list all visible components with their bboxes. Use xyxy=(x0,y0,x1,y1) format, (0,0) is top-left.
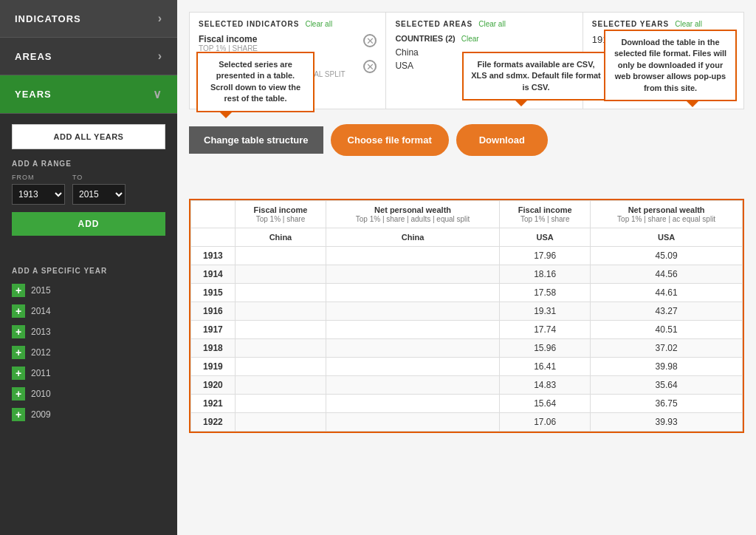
year-label: 2009 xyxy=(31,409,51,420)
range-row: FROM 1913 1914 2015 TO 2015 2014 1913 xyxy=(12,174,165,205)
year-add-icon: + xyxy=(12,325,25,338)
year-item[interactable]: + 2010 xyxy=(12,384,165,403)
chevron-down-icon: ∨ xyxy=(153,87,162,101)
table-row: 191916.4139.98 xyxy=(191,358,743,376)
table-row: 191619.3143.27 xyxy=(191,302,743,321)
areas-clear-link[interactable]: Clear all xyxy=(478,20,506,28)
table-data-cell xyxy=(326,284,499,302)
table-year-cell: 1921 xyxy=(191,395,236,413)
year-add-icon: + xyxy=(12,387,25,401)
table-col-header: Net personal wealthTop 1% | share | ac e… xyxy=(591,201,743,228)
table-data-cell xyxy=(235,321,326,339)
data-table: Fiscal incomeTop 1% | shareNet personal … xyxy=(190,200,743,432)
add-range-button[interactable]: ADD xyxy=(12,212,165,236)
year-label: 2013 xyxy=(31,327,51,337)
remove-indicator-icon[interactable]: ✕ xyxy=(363,60,377,73)
areas-label: AREAS xyxy=(15,51,52,62)
table-data-cell: 17.58 xyxy=(500,284,591,302)
to-label: TO xyxy=(72,174,126,181)
year-label: 2012 xyxy=(31,347,51,358)
year-label: 2010 xyxy=(31,389,51,399)
sidebar-item-indicators[interactable]: INDICATORS › xyxy=(0,0,177,38)
table-data-cell: 36.75 xyxy=(591,395,743,413)
choose-format-button[interactable]: Choose file format xyxy=(331,124,449,156)
table-data-cell: 16.41 xyxy=(500,358,591,376)
table-data-cell: 17.96 xyxy=(500,247,591,265)
year-item[interactable]: + 2013 xyxy=(12,322,165,341)
from-col: FROM 1913 1914 2015 xyxy=(12,174,65,205)
table-data-cell xyxy=(235,247,326,265)
year-item[interactable]: + 2012 xyxy=(12,343,165,362)
sidebar-item-areas[interactable]: AREAS › xyxy=(0,38,177,75)
table-year-cell: 1914 xyxy=(191,265,236,284)
change-table-button[interactable]: Change table structure xyxy=(189,126,323,154)
areas-panel-header: SELECTED AREAS Clear all xyxy=(395,20,573,28)
table-data-cell xyxy=(326,358,499,376)
year-add-icon: + xyxy=(12,346,25,359)
specific-year-section: ADD A SPECIFIC YEAR + 2015 + 2014 + 2013… xyxy=(0,246,177,435)
table-data-cell: 14.83 xyxy=(500,376,591,395)
table-data-cell: 37.02 xyxy=(591,339,743,358)
tooltip-right: Download the table in the selected file … xyxy=(604,30,737,101)
indicators-clear-link[interactable]: Clear all xyxy=(305,20,332,28)
table-row: 192217.0639.93 xyxy=(191,413,743,432)
year-item[interactable]: + 2015 xyxy=(12,281,165,300)
chevron-right-icon: › xyxy=(158,12,162,25)
table-data-cell xyxy=(235,413,326,432)
table-data-cell: 45.09 xyxy=(591,247,743,265)
table-data-cell xyxy=(235,395,326,413)
table-data-cell xyxy=(235,265,326,284)
table-year-cell: 1917 xyxy=(191,321,236,339)
table-data-cell: 15.64 xyxy=(500,395,591,413)
to-select[interactable]: 2015 2014 1913 xyxy=(72,184,126,205)
table-country-header: USA xyxy=(500,228,591,247)
table-row: 191717.7440.51 xyxy=(191,321,743,339)
table-country-header: China xyxy=(235,228,326,247)
table-data-cell: 18.16 xyxy=(500,265,591,284)
table-row: 191418.1644.56 xyxy=(191,265,743,284)
table-year-cell: 1920 xyxy=(191,376,236,395)
year-add-icon: + xyxy=(12,304,25,318)
year-list: + 2015 + 2014 + 2013 + 2012 + 2011 + 201… xyxy=(12,281,165,424)
table-data-cell xyxy=(326,265,499,284)
table-data-cell xyxy=(326,376,499,395)
indicators-label: INDICATORS xyxy=(15,13,81,24)
table-data-cell: 39.93 xyxy=(591,413,743,432)
from-select[interactable]: 1913 1914 2015 xyxy=(12,184,65,205)
to-col: TO 2015 2014 1913 xyxy=(72,174,126,205)
table-data-cell: 19.31 xyxy=(500,302,591,321)
table-data-cell: 44.61 xyxy=(591,284,743,302)
year-item[interactable]: + 2011 xyxy=(12,364,165,383)
from-label: FROM xyxy=(12,174,65,181)
table-col-header: Net personal wealthTop 1% | share | adul… xyxy=(326,201,499,228)
years-panel-header: SELECTED YEARS Clear all xyxy=(592,20,735,28)
action-area-wrapper: Selected series are presented in a table… xyxy=(189,118,744,162)
table-data-cell: 35.64 xyxy=(591,376,743,395)
years-clear-link[interactable]: Clear all xyxy=(675,20,702,28)
year-add-icon: + xyxy=(12,408,25,421)
year-label: 2015 xyxy=(31,285,51,296)
year-item[interactable]: + 2009 xyxy=(12,405,165,424)
specific-year-label: ADD A SPECIFIC YEAR xyxy=(12,267,165,275)
table-data-cell: 44.56 xyxy=(591,265,743,284)
indicator-item: Fiscal income TOP 1% | SHARE ✕ xyxy=(199,34,377,52)
indicators-panel-title: SELECTED INDICATORS xyxy=(199,20,299,28)
table-data-cell xyxy=(235,376,326,395)
add-all-years-button[interactable]: ADD ALL YEARS xyxy=(12,124,165,149)
table-data-cell: 17.06 xyxy=(500,413,591,432)
year-item[interactable]: + 2014 xyxy=(12,301,165,321)
areas-panel-title: SELECTED AREAS xyxy=(395,20,472,28)
years-content: ADD ALL YEARS ADD A RANGE FROM 1913 1914… xyxy=(0,114,177,246)
remove-indicator-icon[interactable]: ✕ xyxy=(363,34,377,47)
countries-clear-link[interactable]: Clear xyxy=(461,35,479,43)
table-data-cell xyxy=(235,358,326,376)
indicators-panel-header: SELECTED INDICATORS Clear all xyxy=(199,20,377,28)
data-table-container: Fiscal incomeTop 1% | shareNet personal … xyxy=(189,199,744,433)
years-label: YEARS xyxy=(15,89,52,100)
table-row: 191815.9637.02 xyxy=(191,339,743,358)
sidebar-item-years[interactable]: YEARS ∨ xyxy=(0,75,177,114)
table-country-header: China xyxy=(326,228,499,247)
download-button[interactable]: Download xyxy=(456,124,548,156)
years-panel-title: SELECTED YEARS xyxy=(592,20,669,28)
table-data-cell xyxy=(235,339,326,358)
